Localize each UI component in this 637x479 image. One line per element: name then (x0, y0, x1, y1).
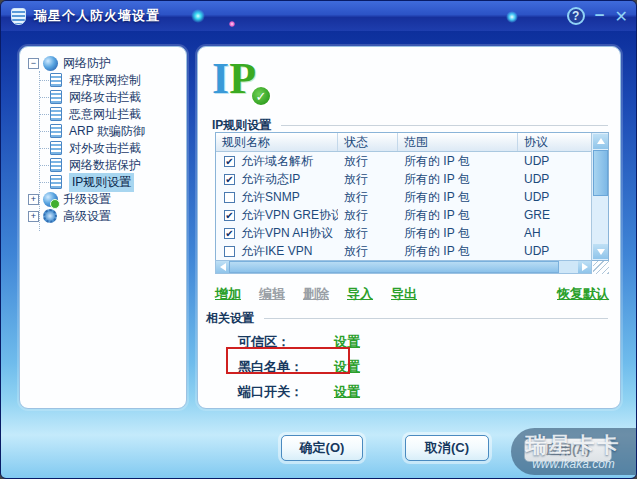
table-row[interactable]: 允许SNMP 放行 所有的 IP 包 UDP (216, 188, 608, 206)
document-icon (50, 158, 62, 172)
table-row[interactable]: 允许IKE VPN 放行 所有的 IP 包 UDP (216, 242, 608, 260)
ip-logo: IP ✓ (212, 53, 282, 111)
close-button[interactable]: ✕ (615, 7, 628, 26)
minimize-button[interactable]: − (595, 8, 605, 24)
table-header: 规则名称 状态 范围 协议 (216, 133, 608, 152)
dialog-body: − 网络防护 程序联网控制 网络攻击拦截 恶意网址拦截 (1, 31, 637, 479)
sparkle-decoration (229, 21, 235, 27)
tree-item-program-control[interactable]: 程序联网控制 (24, 72, 182, 88)
scroll-down-icon[interactable] (593, 244, 608, 259)
expand-icon[interactable]: + (28, 194, 39, 205)
scroll-right-icon[interactable] (578, 261, 591, 273)
rule-checkbox[interactable] (224, 192, 235, 203)
vertical-scroll-thumb[interactable] (593, 150, 608, 196)
document-icon (50, 141, 62, 155)
tree-node-advanced-settings[interactable]: + 高级设置 (24, 208, 182, 224)
related-settings-title: 相关设置 (206, 310, 254, 327)
port-switch-settings-link[interactable]: 设置 (334, 383, 360, 401)
tree-item-label: 程序联网控制 (69, 72, 141, 89)
tree-item-label: 网络数据保护 (69, 157, 141, 174)
heading-divider (264, 318, 608, 319)
tree-item-label: 网络攻击拦截 (69, 89, 141, 106)
settings-tree-panel: − 网络防护 程序联网控制 网络攻击拦截 恶意网址拦截 (19, 46, 187, 409)
tree-node-network-protection[interactable]: − 网络防护 (24, 55, 182, 71)
vertical-scrollbar[interactable] (591, 133, 608, 260)
sparkle-decoration (191, 9, 205, 23)
import-link[interactable]: 导入 (347, 285, 373, 303)
export-link[interactable]: 导出 (391, 285, 417, 303)
scroll-left-icon[interactable] (216, 261, 229, 273)
document-icon (50, 90, 62, 104)
table-row[interactable]: ✔ 允许动态IP 放行 所有的 IP 包 UDP (216, 170, 608, 188)
tree-node-label: 升级设置 (63, 191, 111, 208)
column-header-protocol[interactable]: 协议 (518, 133, 593, 151)
settings-tree: − 网络防护 程序联网控制 网络攻击拦截 恶意网址拦截 (24, 55, 182, 224)
ip-rules-table: 规则名称 状态 范围 协议 ✔ 允许域名解析 放行 所有的 IP 包 UDP (215, 132, 609, 261)
titlebar-controls: ? − ✕ (567, 7, 628, 26)
cancel-button[interactable]: 取消(C) (405, 435, 489, 461)
tree-item-attack-block[interactable]: 网络攻击拦截 (24, 89, 182, 105)
rule-checkbox[interactable]: ✔ (224, 174, 235, 185)
document-icon (50, 107, 62, 121)
rule-checkbox[interactable] (224, 246, 235, 257)
delete-link[interactable]: 删除 (303, 285, 329, 303)
horizontal-scroll-thumb[interactable] (229, 261, 559, 273)
tree-item-label: IP规则设置 (69, 173, 134, 192)
ip-logo-letter-i: I (212, 54, 229, 103)
ok-button[interactable]: 确定(O) (281, 435, 363, 461)
apply-button[interactable]: 应用(A) (524, 438, 612, 462)
table-row[interactable]: ✔ 允许VPN AH协议 放行 所有的 IP 包 AH (216, 224, 608, 242)
add-link[interactable]: 增加 (215, 285, 241, 303)
resize-grip[interactable] (593, 261, 609, 274)
tree-item-label: ARP 欺骗防御 (69, 123, 145, 140)
column-header-rule-name[interactable]: 规则名称 (216, 133, 338, 151)
ip-rules-panel: IP ✓ IP规则设置 规则名称 状态 范围 协议 (197, 46, 621, 409)
blackwhite-list-row: 黑白名单： 设置 (238, 358, 360, 376)
column-header-scope[interactable]: 范围 (398, 133, 518, 151)
globe-icon (43, 56, 58, 71)
titlebar: 瑞星个人防火墙设置 ? − ✕ (1, 1, 637, 31)
blackwhite-list-settings-link[interactable]: 设置 (334, 358, 360, 376)
window-title: 瑞星个人防火墙设置 (34, 7, 160, 25)
document-icon (50, 124, 62, 138)
related-settings-heading-row: 相关设置 (206, 310, 608, 327)
port-switch-row: 端口开关： 设置 (238, 383, 360, 401)
tree-item-arp-defense[interactable]: ARP 欺骗防御 (24, 123, 182, 139)
restore-defaults-link[interactable]: 恢复默认 (557, 285, 609, 303)
column-header-status[interactable]: 状态 (338, 133, 398, 151)
document-icon (50, 73, 62, 87)
tree-item-label: 恶意网址拦截 (69, 106, 141, 123)
tree-item-ip-rules[interactable]: IP规则设置 (24, 174, 182, 190)
app-shield-icon (11, 8, 26, 25)
tree-item-outbound-attack[interactable]: 对外攻击拦截 (24, 140, 182, 156)
tree-item-data-protection[interactable]: 网络数据保护 (24, 157, 182, 173)
document-icon (50, 175, 62, 189)
check-badge-icon: ✓ (250, 85, 272, 107)
scroll-up-icon[interactable] (593, 134, 608, 149)
heading-divider (281, 125, 608, 126)
tree-node-upgrade-settings[interactable]: + 升级设置 (24, 191, 182, 207)
sparkle-decoration (506, 11, 518, 23)
tree-node-label: 高级设置 (63, 208, 111, 225)
table-actions: 增加 编辑 删除 导入 导出 恢复默认 (215, 285, 609, 303)
rule-checkbox[interactable]: ✔ (224, 156, 235, 167)
globe-check-icon (43, 192, 58, 207)
tree-node-label: 网络防护 (63, 55, 111, 72)
tree-item-label: 对外攻击拦截 (69, 140, 141, 157)
tree-item-malicious-url[interactable]: 恶意网址拦截 (24, 106, 182, 122)
table-row[interactable]: ✔ 允许域名解析 放行 所有的 IP 包 UDP (216, 152, 608, 170)
gear-icon (43, 209, 57, 223)
table-row[interactable]: ✔ 允许VPN GRE协议 放行 所有的 IP 包 GRE (216, 206, 608, 224)
edit-link[interactable]: 编辑 (259, 285, 285, 303)
trusted-zone-settings-link[interactable]: 设置 (334, 333, 360, 351)
firewall-settings-window: 瑞星个人防火墙设置 ? − ✕ − 网络防护 程序联网控制 (0, 0, 637, 479)
rule-checkbox[interactable]: ✔ (224, 210, 235, 221)
rule-checkbox[interactable]: ✔ (224, 228, 235, 239)
collapse-icon[interactable]: − (28, 58, 39, 69)
expand-icon[interactable]: + (28, 211, 39, 222)
help-button[interactable]: ? (567, 7, 585, 25)
horizontal-scrollbar[interactable] (215, 260, 592, 274)
trusted-zone-row: 可信区： 设置 (238, 333, 360, 351)
